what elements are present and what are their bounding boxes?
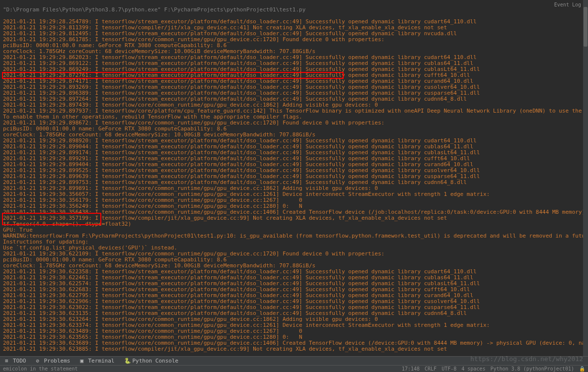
tab-label: Problems [44, 358, 71, 364]
tab-todo[interactable]: ≡ TODO [0, 358, 31, 364]
file-encoding[interactable]: UTF-8 [441, 366, 456, 372]
tab-label: TODO [13, 358, 26, 364]
event-log-tab[interactable]: Event Log [554, 2, 581, 8]
tab-problems[interactable]: ⊘ Problems [31, 358, 75, 364]
caret-position[interactable]: 17:148 [402, 366, 420, 372]
command-line: "D:\Program Files\Python\Python3.8.7\pyt… [3, 7, 585, 13]
indent-setting[interactable]: 4 spaces [461, 366, 485, 372]
status-bar: emicolon in the statement 17:148 CRLF UT… [0, 365, 588, 372]
tab-python-console[interactable]: 🐍 Python Console [119, 358, 183, 364]
tab-label: Python Console [132, 358, 178, 364]
log-line: tf.Tensor(4.0, shape=(), dtype=float32) [3, 221, 585, 227]
problems-icon: ⊘ [36, 358, 42, 364]
tab-terminal[interactable]: ▣ Terminal [75, 358, 119, 364]
todo-icon: ≡ [5, 358, 11, 364]
terminal-icon: ▣ [80, 358, 86, 364]
scrollbar-track[interactable] [583, 0, 588, 356]
interpreter[interactable]: Python 3.8 (pythonProject01) [490, 366, 574, 372]
python-icon: 🐍 [124, 358, 130, 364]
line-separator[interactable]: CRLF [425, 366, 437, 372]
console-output[interactable]: "D:\Program Files\Python\Python3.8.7\pyt… [0, 0, 588, 356]
log-line: WARNING:tensorflow:From F:\PycharmProjec… [3, 233, 585, 239]
status-left: emicolon in the statement [3, 366, 78, 372]
bottom-tool-tabs: ≡ TODO ⊘ Problems ▣ Terminal 🐍 Python Co… [0, 356, 588, 365]
tab-label: Terminal [88, 358, 114, 364]
scrollbar-thumb[interactable] [584, 7, 588, 47]
log-line: 2021-01-21 19:29:30.623885: I tensorflow… [3, 346, 585, 352]
lock-icon[interactable]: 🔒 [579, 366, 585, 372]
